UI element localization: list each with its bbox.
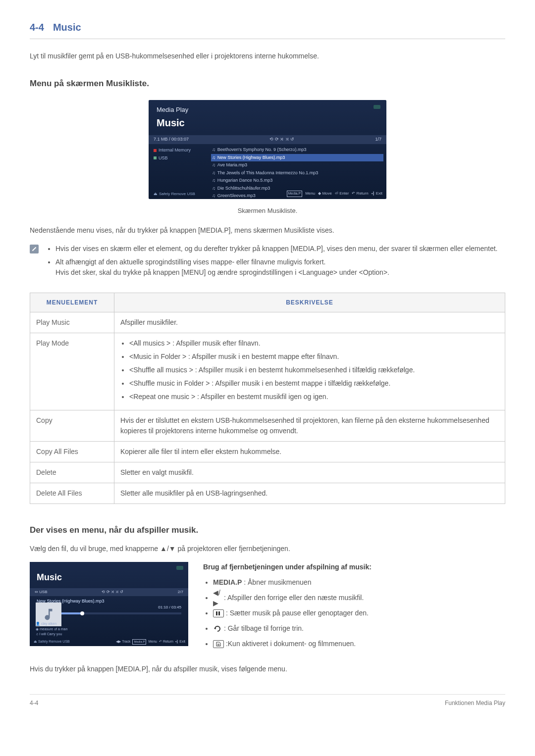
artist-line: 👤 clay aiken — [36, 621, 67, 627]
remote-item: MEDIA.P : Åbner musikmenuen — [213, 577, 372, 588]
mediap-label: MEDIA.P — [213, 578, 242, 586]
safely-remove-label: Safely Remove USB — [159, 191, 195, 197]
table-header-element: MENUELEMENT — [30, 293, 114, 312]
screenshot-caption: Skærmen Musikliste. — [30, 206, 505, 216]
mediap-key: Media.P — [132, 639, 146, 645]
play-instruction: Vælg den fil, du vil bruge, med knappern… — [30, 544, 505, 554]
screenshot2-title: Music — [30, 562, 188, 588]
move-label: ◆ Move — [318, 191, 332, 197]
menu-desc: Hvis der er tilsluttet en ekstern USB-hu… — [114, 410, 505, 442]
footer-left: 4-4 — [30, 699, 38, 707]
usb-icon — [176, 566, 183, 570]
side-usb: USB — [159, 155, 168, 162]
menu-label: Menu — [148, 639, 157, 645]
playmode-item: <Music in Folder > : Afspiller musik i e… — [129, 352, 499, 362]
note-item: Alt afhængigt af den aktuelle sprogindst… — [55, 257, 497, 278]
album-line: ◉ measure of a man — [36, 627, 67, 632]
screenshot-stat: 7.1 MB / 00:03:07 — [154, 136, 189, 143]
table-row: Play Music Afspiller musikfiler. — [30, 312, 505, 333]
screenshot-title: Music — [149, 115, 386, 135]
remote-item: : Går tilbage til forrige trin. — [213, 623, 372, 634]
menu-name: Play Music — [30, 312, 114, 333]
remote-item: ◀/▶ : Afspiller den forrige eller den næ… — [213, 593, 372, 603]
page-footer: 4-4 Funktionen Media Play — [30, 694, 505, 707]
paragraph-after-remote: Hvis du trykker på knappen [MEDIA.P], nå… — [30, 664, 505, 674]
section-header: 4-4 Music — [30, 20, 505, 39]
screenshot-playback: Music ⇔ USB ⟲ ⟳ ⤨ ⤭ ↺ 2/7 New Stories (H… — [30, 562, 188, 646]
menu-name: Play Mode — [30, 333, 114, 410]
file-item: Ave Maria.mp3 — [217, 162, 247, 169]
playmode-item: <Repeat one music > : Afspiller en beste… — [129, 392, 499, 402]
safely-remove-label: ⏏ Safely Remove USB — [34, 639, 70, 645]
subsection-heading-playmenu: Der vises en menu, når du afspiller musi… — [30, 524, 505, 537]
subsection-heading-musiclist: Menu på skærmen Musikliste. — [30, 77, 505, 90]
intro-paragraph: Lyt til musikfiler gemt på en USB-hukomm… — [30, 51, 505, 61]
file-item: Beethoven's Symphony No. 9 (Scherzo).mp3 — [217, 147, 307, 153]
return-label: ↶ Return — [159, 639, 173, 645]
table-row: Play Mode <All musics > : Afspiller musi… — [30, 333, 505, 410]
back-icon — [213, 625, 222, 632]
file-item: Hungarian Dance No.5.mp3 — [217, 177, 273, 184]
screenshot-page: 1/7 — [375, 136, 381, 143]
file-item: New Stories (Highway Blues).mp3 — [217, 154, 285, 161]
section-title: Music — [53, 20, 81, 35]
file-item: Die Schlittschuhläufer.mp3 — [217, 185, 270, 192]
menu-name: Copy All Files — [30, 442, 114, 462]
menu-desc: Kopierer alle filer til intern eller eks… — [114, 442, 505, 462]
svg-rect-0 — [216, 611, 217, 615]
exit-label: •∥ Exit — [175, 639, 185, 645]
table-row: Copy All Files Kopierer alle filer til i… — [30, 442, 505, 462]
usb-label: ⇔ USB — [35, 589, 48, 595]
music-note-icon: ♫ — [212, 185, 215, 192]
remote-usage-title: Brug af fjernbetjeningen under afspilnin… — [203, 562, 372, 572]
file-item: The Jewels of This Madonna Intermezzo No… — [217, 170, 318, 177]
remote-item: :Kun aktiveret i dokument- og filmmenuen… — [213, 639, 372, 649]
exit-label: •∥ Exit — [372, 191, 382, 197]
table-row: Delete Sletter en valgt musikfil. — [30, 462, 505, 483]
music-note-icon: ♫ — [212, 147, 215, 153]
note-icon — [30, 245, 39, 253]
table-row: Delete All Files Sletter alle musikfiler… — [30, 483, 505, 504]
remote-item: : Sætter musik på pause eller genoptager… — [213, 608, 372, 618]
music-note-icon: ♫ — [212, 170, 215, 177]
menu-label: Menu — [305, 191, 315, 197]
page-label: 2/7 — [178, 589, 183, 595]
pause-icon — [213, 609, 224, 617]
footer-right: Funktionen Media Play — [445, 699, 505, 707]
side-internal-memory: Internal Memory — [159, 147, 191, 154]
song-line: ♫ I will Carry you — [36, 632, 67, 637]
menu-name: Copy — [30, 410, 114, 442]
menu-name: Delete — [30, 462, 114, 483]
svg-rect-1 — [218, 611, 220, 615]
mediap-key: Media.P — [287, 191, 303, 197]
music-note-icon: ♫ — [212, 162, 215, 169]
playback-icons: ⟲ ⟳ ⤨ ⤭ ↺ — [269, 136, 294, 143]
menu-desc: Afspiller musikfiler. — [114, 312, 505, 333]
usb-dot-icon — [154, 156, 157, 159]
screenshot-musiclist: Media Play Music 7.1 MB / 00:03:07 ⟲ ⟳ ⤨… — [30, 100, 505, 199]
music-note-icon: ♫ — [212, 154, 215, 161]
enter-label: ⏎ Enter — [335, 191, 349, 197]
document-icon — [213, 640, 224, 648]
menu-desc: Sletter en valgt musikfil. — [114, 462, 505, 483]
note-block: Hvis der vises en skærm eller et element… — [30, 244, 505, 281]
table-row: Copy Hvis der er tilsluttet en ekstern U… — [30, 410, 505, 442]
menu-desc: Sletter alle musikfiler på en USB-lagrin… — [114, 483, 505, 504]
menu-name: Delete All Files — [30, 483, 114, 504]
eject-icon: ⏏ — [154, 191, 158, 197]
track-key: ◀▶ Track — [116, 639, 130, 645]
note-item: Hvis der vises en skærm eller et element… — [55, 244, 497, 254]
music-note-icon: ♫ — [212, 177, 215, 184]
paragraph-below-screenshot: Nedenstående menu vises, når du trykker … — [30, 225, 505, 236]
section-number: 4-4 — [30, 20, 44, 35]
playmode-item: <Shuffle music in Folder > : Afspiller m… — [129, 378, 499, 389]
return-label: ↶ Return — [352, 191, 368, 197]
usb-icon — [374, 105, 380, 109]
menu-table: MENUELEMENT BESKRIVELSE Play Music Afspi… — [30, 293, 505, 504]
screenshot-app-label: Media Play — [149, 100, 386, 116]
memory-dot-icon — [154, 149, 157, 152]
table-header-description: BESKRIVELSE — [114, 293, 505, 312]
playmode-item: <Shuffle all musics > : Afspiller musik … — [129, 365, 499, 375]
prev-next-icon: ◀/▶ — [213, 595, 222, 602]
music-note-icon: ♫ — [212, 193, 215, 200]
